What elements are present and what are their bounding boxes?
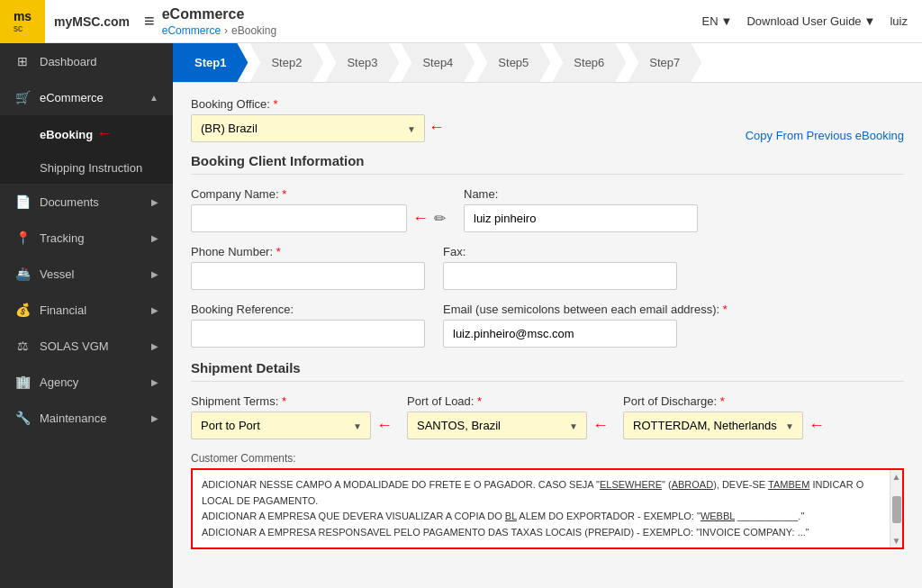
abroad-text: ABROAD xyxy=(672,479,713,490)
scroll-down-button[interactable]: ▼ xyxy=(892,534,901,547)
booking-office-select-wrapper: (BR) Brazil xyxy=(191,114,425,142)
step-6[interactable]: Step6 xyxy=(552,43,626,82)
step-5[interactable]: Step5 xyxy=(476,43,550,82)
logo-sub: sc xyxy=(14,23,32,33)
email-input[interactable] xyxy=(443,320,677,348)
name-input[interactable] xyxy=(464,204,698,232)
sidebar-item-dashboard[interactable]: ⊞ Dashboard xyxy=(0,43,173,79)
scroll-up-button[interactable]: ▲ xyxy=(892,470,901,484)
company-name-input-wrapper: ← ✏ xyxy=(191,204,446,232)
step-2[interactable]: Step2 xyxy=(249,43,323,82)
sidebar: ⊞ Dashboard 🛒 eCommerce ▲ eBooking ← Shi… xyxy=(0,43,173,588)
booking-ref-input[interactable] xyxy=(191,320,425,348)
tracking-icon: 📍 xyxy=(14,231,31,245)
company-name-row: Company Name: * ← ✏ Name: xyxy=(191,187,904,232)
sidebar-label-solas: SOLAS VGM xyxy=(40,339,109,353)
copy-from-previous-link[interactable]: Copy From Previous eBooking xyxy=(746,129,904,142)
language-button[interactable]: EN ▼ xyxy=(701,14,732,28)
booking-client-section-title: Booking Client Information xyxy=(191,153,904,175)
title-area: eCommerce eCommerce › eBooking xyxy=(162,6,276,37)
step-3[interactable]: Step3 xyxy=(325,43,399,82)
sidebar-label-ecommerce: eCommerce xyxy=(40,91,104,104)
sidebar-item-maintenance[interactable]: 🔧 Maintenance ▶ xyxy=(0,400,173,436)
step-7[interactable]: Step7 xyxy=(628,43,701,82)
main-content: Step1 Step2 Step3 Step4 Step5 Step6 Step… xyxy=(173,43,922,588)
comment-line-3: ADICIONAR A EMPRESA RESPONSAVEL PELO PAG… xyxy=(202,525,893,541)
documents-chevron-icon: ▶ xyxy=(151,197,158,207)
agency-chevron-icon: ▶ xyxy=(151,377,158,387)
company-name-arrow-icon: ← xyxy=(412,209,429,228)
vessel-chevron-icon: ▶ xyxy=(151,269,158,279)
vessel-icon: 🚢 xyxy=(14,267,31,281)
sidebar-label-financial: Financial xyxy=(40,303,86,317)
download-guide-button[interactable]: Download User Guide ▼ xyxy=(746,14,875,28)
step-4[interactable]: Step4 xyxy=(401,43,475,82)
breadcrumb-current: eBooking xyxy=(231,24,276,37)
documents-icon: 📄 xyxy=(14,194,31,209)
step-1[interactable]: Step1 xyxy=(173,43,248,82)
maintenance-chevron-icon: ▶ xyxy=(151,413,158,423)
phone-fax-row: Phone Number: * Fax: xyxy=(191,245,904,290)
booking-ref-group: Booking Reference: xyxy=(191,303,425,348)
solas-icon: ⚖ xyxy=(14,339,31,353)
shipment-terms-group: Shipment Terms: * Port to Port ← xyxy=(191,394,393,439)
company-name-label: Company Name: * xyxy=(191,187,446,201)
company-name-input[interactable] xyxy=(191,204,407,232)
comments-label: Customer Comments: xyxy=(191,452,904,465)
shipment-terms-select[interactable]: Port to Port xyxy=(191,412,371,439)
shipment-terms-arrow-icon: ← xyxy=(376,416,393,435)
logo-text: ms xyxy=(14,9,32,23)
top-bar: ms sc myMSC.com ≡ eCommerce eCommerce › … xyxy=(0,0,922,43)
fax-group: Fax: xyxy=(443,245,677,290)
sidebar-item-vessel[interactable]: 🚢 Vessel ▶ xyxy=(0,256,173,292)
shipment-terms-required: * xyxy=(282,394,286,408)
port-of-load-select[interactable]: SANTOS, Brazil xyxy=(407,412,587,439)
ecommerce-chevron-icon: ▲ xyxy=(149,93,158,103)
phone-input[interactable] xyxy=(191,262,425,290)
email-group: Email (use semicolons between each email… xyxy=(443,303,728,348)
sidebar-item-shipping-instruction[interactable]: Shipping Instruction xyxy=(0,152,173,184)
port-of-discharge-select[interactable]: ROTTERDAM, Netherlands xyxy=(623,412,803,439)
sidebar-item-ecommerce[interactable]: 🛒 eCommerce ▲ xyxy=(0,79,173,115)
sidebar-item-agency[interactable]: 🏢 Agency ▶ xyxy=(0,364,173,400)
breadcrumb-root[interactable]: eCommerce xyxy=(162,24,221,37)
lang-label: EN xyxy=(701,14,718,28)
port-of-load-label: Port of Load: * xyxy=(407,394,609,408)
port-of-discharge-arrow-icon: ← xyxy=(809,416,825,435)
customer-comments-box: ADICIONAR NESSE CAMPO A MODALIDADE DO FR… xyxy=(191,468,904,549)
booking-office-select[interactable]: (BR) Brazil xyxy=(191,114,425,142)
sidebar-item-ebooking[interactable]: eBooking ← xyxy=(0,115,173,152)
email-label: Email (use semicolons between each email… xyxy=(443,303,728,316)
sidebar-item-financial[interactable]: 💰 Financial ▶ xyxy=(0,292,173,328)
booking-office-row: Booking Office: * (BR) Brazil ← Copy Fro… xyxy=(191,97,904,142)
download-chevron-icon: ▼ xyxy=(864,14,876,28)
site-name: myMSC.com xyxy=(54,14,130,29)
customer-comments-wrapper: Customer Comments: ADICIONAR NESSE CAMPO… xyxy=(191,452,904,549)
pol-required: * xyxy=(477,394,482,408)
elsewhere-text: ELSEWHERE xyxy=(600,479,662,490)
name-label: Name: xyxy=(464,187,698,201)
sidebar-item-solas-vgm[interactable]: ⚖ SOLAS VGM ▶ xyxy=(0,328,173,364)
scrollbar[interactable]: ▲ ▼ xyxy=(890,470,902,547)
sidebar-item-tracking[interactable]: 📍 Tracking ▶ xyxy=(0,220,173,256)
booking-office-required: * xyxy=(274,97,278,111)
user-menu-button[interactable]: luiz xyxy=(890,14,908,28)
sidebar-label-documents: Documents xyxy=(40,195,99,209)
webbl-text: WEBBL xyxy=(701,511,735,521)
fax-label: Fax: xyxy=(443,245,677,258)
ecommerce-submenu: eBooking ← Shipping Instruction xyxy=(0,115,173,184)
sidebar-label-dashboard: Dashboard xyxy=(40,55,97,68)
bl-text: BL xyxy=(505,511,517,521)
phone-group: Phone Number: * xyxy=(191,245,425,290)
sidebar-item-documents[interactable]: 📄 Documents ▶ xyxy=(0,184,173,220)
comments-content: ADICIONAR NESSE CAMPO A MODALIDADE DO FR… xyxy=(202,477,893,540)
shipment-terms-row: Shipment Terms: * Port to Port ← xyxy=(191,394,904,439)
solas-chevron-icon: ▶ xyxy=(151,341,158,351)
sidebar-label-maintenance: Maintenance xyxy=(40,412,106,425)
edit-icon[interactable]: ✏ xyxy=(434,210,446,227)
financial-icon: 💰 xyxy=(14,303,31,317)
port-of-load-group: Port of Load: * SANTOS, Brazil ← xyxy=(407,394,609,439)
tracking-chevron-icon: ▶ xyxy=(151,233,158,243)
fax-input[interactable] xyxy=(443,262,677,290)
hamburger-menu[interactable]: ≡ xyxy=(144,11,155,32)
